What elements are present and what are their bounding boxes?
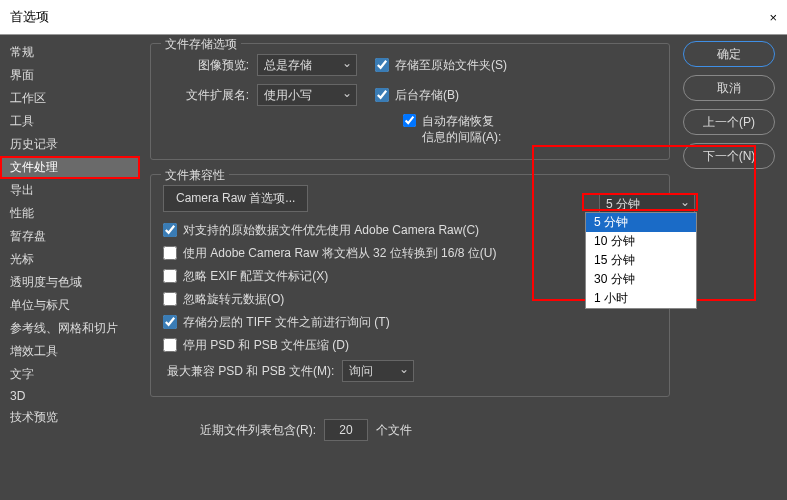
sidebar-item-scratch[interactable]: 暂存盘	[0, 225, 140, 248]
maxcompat-select[interactable]: 询问	[342, 360, 414, 382]
auto-save-label: 自动存储恢复 信息的间隔(A):	[422, 114, 501, 145]
save-orig-checkbox[interactable]	[375, 58, 389, 72]
sidebar: 常规 界面 工作区 工具 历史记录 文件处理 导出 性能 暂存盘 光标 透明度与…	[0, 35, 140, 500]
sidebar-item-cursor[interactable]: 光标	[0, 248, 140, 271]
compat-chk2[interactable]	[163, 246, 177, 260]
save-orig-label: 存储至原始文件夹(S)	[395, 57, 507, 74]
prev-button[interactable]: 上一个(P)	[683, 109, 775, 135]
compat-chk4[interactable]	[163, 292, 177, 306]
maxcompat-label: 最大兼容 PSD 和 PSB 文件(M):	[167, 363, 334, 380]
compat-legend: 文件兼容性	[161, 167, 229, 184]
compat-chk5[interactable]	[163, 315, 177, 329]
titlebar: 首选项 ×	[0, 0, 787, 35]
interval-option-15min[interactable]: 15 分钟	[586, 251, 696, 270]
sidebar-item-guides[interactable]: 参考线、网格和切片	[0, 317, 140, 340]
preview-select[interactable]: 总是存储	[257, 54, 357, 76]
file-storage-fieldset: 文件存储选项 图像预览: 总是存储 存储至原始文件夹(S) 文件扩展名: 使用小…	[150, 43, 670, 160]
interval-dropdown[interactable]: 5 分钟 10 分钟 15 分钟 30 分钟 1 小时	[585, 212, 697, 309]
bg-save-checkbox[interactable]	[375, 88, 389, 102]
sidebar-item-units[interactable]: 单位与标尺	[0, 294, 140, 317]
storage-legend: 文件存储选项	[161, 36, 241, 53]
compat-chk1[interactable]	[163, 223, 177, 237]
sidebar-item-file-handling[interactable]: 文件处理	[0, 156, 140, 179]
sidebar-item-3d[interactable]: 3D	[0, 386, 140, 406]
next-button[interactable]: 下一个(N)	[683, 143, 775, 169]
interval-option-10min[interactable]: 10 分钟	[586, 232, 696, 251]
main: 常规 界面 工作区 工具 历史记录 文件处理 导出 性能 暂存盘 光标 透明度与…	[0, 35, 787, 500]
ext-label: 文件扩展名:	[163, 87, 249, 104]
cancel-button[interactable]: 取消	[683, 75, 775, 101]
sidebar-item-history[interactable]: 历史记录	[0, 133, 140, 156]
preview-label: 图像预览:	[163, 57, 249, 74]
auto-save-checkbox[interactable]	[403, 114, 416, 127]
sidebar-item-performance[interactable]: 性能	[0, 202, 140, 225]
sidebar-item-type[interactable]: 文字	[0, 363, 140, 386]
close-icon[interactable]: ×	[769, 10, 777, 25]
sidebar-item-transparency[interactable]: 透明度与色域	[0, 271, 140, 294]
interval-option-30min[interactable]: 30 分钟	[586, 270, 696, 289]
recent-suffix: 个文件	[376, 422, 412, 439]
recent-input[interactable]	[324, 419, 368, 441]
recent-label: 近期文件列表包含(R):	[200, 422, 316, 439]
sidebar-item-tech-preview[interactable]: 技术预览	[0, 406, 140, 429]
sidebar-item-tools[interactable]: 工具	[0, 110, 140, 133]
ok-button[interactable]: 确定	[683, 41, 775, 67]
camera-raw-button[interactable]: Camera Raw 首选项...	[163, 185, 308, 212]
ext-select[interactable]: 使用小写	[257, 84, 357, 106]
sidebar-item-plugins[interactable]: 增效工具	[0, 340, 140, 363]
sidebar-item-export[interactable]: 导出	[0, 179, 140, 202]
compat-chk6[interactable]	[163, 338, 177, 352]
interval-option-5min[interactable]: 5 分钟	[586, 213, 696, 232]
bg-save-label: 后台存储(B)	[395, 87, 459, 104]
dialog-buttons: 确定 取消 上一个(P) 下一个(N)	[683, 41, 775, 169]
sidebar-item-interface[interactable]: 界面	[0, 64, 140, 87]
sidebar-item-workspace[interactable]: 工作区	[0, 87, 140, 110]
sidebar-item-general[interactable]: 常规	[0, 41, 140, 64]
interval-option-1hr[interactable]: 1 小时	[586, 289, 696, 308]
window-title: 首选项	[10, 8, 49, 26]
compat-chk3[interactable]	[163, 269, 177, 283]
content: 确定 取消 上一个(P) 下一个(N) 文件存储选项 图像预览: 总是存储 存储…	[140, 35, 787, 500]
